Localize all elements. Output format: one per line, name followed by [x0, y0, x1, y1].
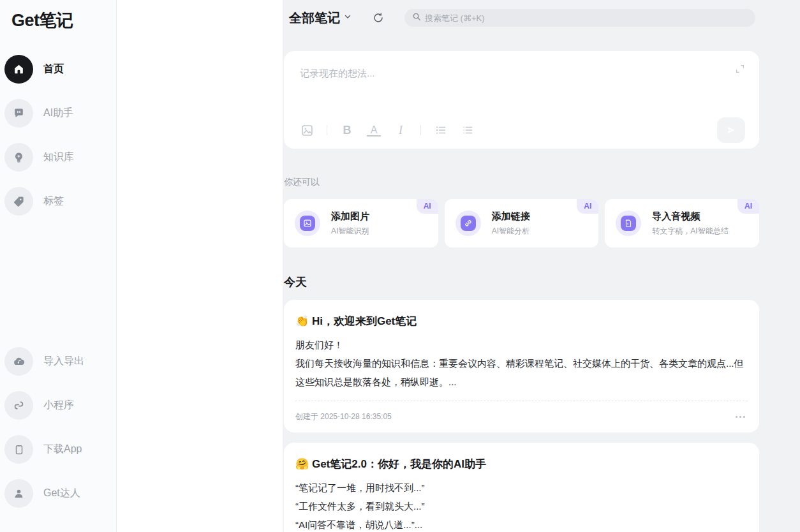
mini-program-icon	[4, 391, 33, 420]
sidebar-item-mini-program[interactable]: 小程序	[4, 391, 116, 420]
suggestion-subtitle: AI智能识别	[331, 226, 369, 237]
add-image-card[interactable]: AI 添加图片 AI智能识别	[284, 199, 438, 248]
expand-icon[interactable]	[735, 64, 745, 77]
sidebar-item-label: 知识库	[43, 151, 74, 164]
search-bar[interactable]	[404, 9, 755, 27]
suggestion-title: 添加图片	[331, 211, 369, 223]
unordered-list-icon[interactable]	[461, 124, 475, 137]
media-file-icon	[616, 211, 641, 236]
cloud-import-icon	[4, 347, 33, 376]
image-icon	[295, 211, 320, 236]
empty-list-panel	[117, 0, 283, 532]
note-title: 👏 Hi，欢迎来到Get笔记	[295, 314, 748, 329]
search-input[interactable]	[425, 13, 748, 23]
suggestions-heading: 你还可以	[284, 177, 759, 188]
tag-icon	[4, 187, 33, 216]
note-created-timestamp: 创建于 2025-10-28 16:35:05	[295, 411, 392, 422]
note-title: 🤗 Get笔记2.0：你好，我是你的AI助手	[295, 457, 748, 471]
bold-button[interactable]: B	[340, 124, 354, 137]
sidebar-item-label: 标签	[43, 195, 64, 208]
sidebar-spacer	[11, 231, 116, 347]
note-body-line: “工作文件太多，看到就头大...”	[295, 497, 748, 515]
suggestion-subtitle: AI智能分析	[492, 226, 530, 237]
sidebar-item-label: 小程序	[43, 399, 74, 412]
filter-label: 全部笔记	[289, 10, 340, 27]
sidebar-item-label: 导入导出	[43, 355, 84, 368]
import-media-card[interactable]: AI 导入音视频 转文字稿，AI智能总结	[605, 199, 759, 248]
chevron-down-icon	[343, 12, 352, 24]
toolbar-divider	[420, 125, 421, 135]
composer-placeholder[interactable]: 记录现在的想法...	[300, 68, 745, 80]
refresh-button[interactable]	[373, 12, 384, 24]
note-body: “笔记记了一堆，用时找不到...” “工作文件太多，看到就头大...” “AI问…	[295, 478, 748, 532]
suggestion-cards: AI 添加图片 AI智能识别 AI	[284, 199, 759, 248]
suggestion-title: 添加链接	[492, 211, 530, 223]
app-logo: Get笔记	[11, 9, 116, 32]
add-link-card[interactable]: AI 添加链接 AI智能分析	[445, 199, 599, 248]
note-card[interactable]: 👏 Hi，欢迎来到Get笔记 朋友们好！ 我们每天接收海量的知识和信息：重要会议…	[284, 300, 759, 432]
date-section-heading: 今天	[284, 274, 759, 290]
sidebar-item-ai-assistant[interactable]: AI助手	[4, 99, 116, 128]
phone-icon	[4, 435, 33, 464]
sidebar: Get笔记 首页 AI助手 知识库 标签	[0, 0, 117, 532]
sidebar-item-download-app[interactable]: 下载App	[4, 435, 116, 464]
suggestion-title: 导入音视频	[652, 211, 728, 223]
app-window: Get笔记 首页 AI助手 知识库 标签	[0, 0, 800, 532]
sidebar-item-home[interactable]: 首页	[4, 55, 116, 84]
sidebar-item-knowledge-base[interactable]: 知识库	[4, 143, 116, 172]
note-card[interactable]: 🤗 Get笔记2.0：你好，我是你的AI助手 “笔记记了一堆，用时找不到...”…	[284, 443, 759, 532]
note-body: 朋友们好！ 我们每天接收海量的知识和信息：重要会议内容、精彩课程笔记、社交媒体上…	[295, 336, 748, 391]
sidebar-item-import-export[interactable]: 导入导出	[4, 347, 116, 376]
suggestion-subtitle: 转文字稿，AI智能总结	[652, 226, 728, 237]
note-body-line: 我们每天接收海量的知识和信息：重要会议内容、精彩课程笔记、社交媒体上的干货、各类…	[295, 354, 748, 391]
sidebar-item-label: AI助手	[43, 107, 73, 120]
note-footer: 创建于 2025-10-28 16:35:05	[295, 401, 748, 432]
ai-badge: AI	[737, 199, 759, 214]
search-icon	[412, 12, 421, 24]
sidebar-item-label: 首页	[43, 63, 64, 76]
notes-filter-dropdown[interactable]: 全部笔记	[289, 10, 352, 27]
more-options-icon[interactable]	[733, 413, 748, 420]
link-icon	[456, 211, 481, 236]
note-body-line: 朋友们好！	[295, 336, 748, 354]
note-composer[interactable]: 记录现在的想法... B A I	[284, 51, 759, 149]
home-icon	[4, 55, 33, 84]
sidebar-item-label: 下载App	[43, 443, 82, 456]
ordered-list-icon[interactable]	[434, 124, 448, 137]
notes-feed-panel: 全部笔记 记录现在的想法...	[283, 0, 800, 532]
ai-badge: AI	[417, 199, 438, 214]
italic-button[interactable]: I	[394, 124, 408, 137]
lightbulb-icon	[4, 143, 33, 172]
person-icon	[4, 479, 33, 508]
sidebar-item-label: Get达人	[43, 487, 80, 500]
ai-badge: AI	[577, 199, 598, 214]
note-body-line: “AI问答不靠谱，胡说八道...”...	[295, 515, 748, 532]
text-color-button[interactable]: A	[367, 124, 381, 137]
toolbar-divider	[327, 125, 327, 135]
chat-bubble-icon	[4, 99, 33, 128]
composer-toolbar: B A I	[300, 117, 745, 143]
send-button[interactable]	[717, 117, 745, 143]
feed-topbar: 全部笔记	[284, 0, 759, 36]
insert-image-icon[interactable]	[300, 124, 314, 137]
note-body-line: “笔记记了一堆，用时找不到...”	[295, 478, 748, 497]
sidebar-item-tags[interactable]: 标签	[4, 187, 116, 216]
sidebar-item-get-expert[interactable]: Get达人	[4, 479, 116, 508]
